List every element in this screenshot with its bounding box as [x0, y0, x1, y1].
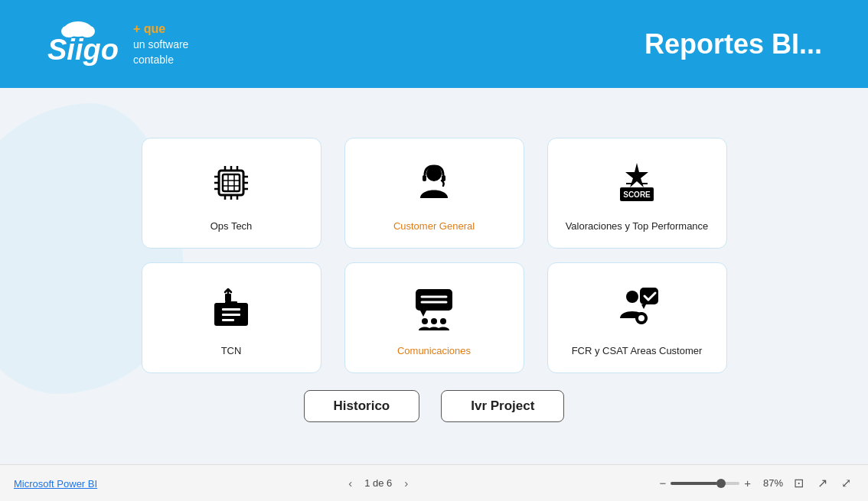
svg-marker-39: [420, 311, 426, 317]
svg-rect-32: [222, 308, 240, 311]
cards-grid: Ops Tech Customer General: [142, 138, 727, 373]
card-customer-general-label: Customer General: [393, 220, 475, 232]
svg-rect-5: [223, 174, 240, 191]
card-comunicaciones-label: Comunicaciones: [397, 345, 471, 356]
svg-point-41: [431, 318, 437, 324]
svg-point-43: [626, 291, 638, 303]
card-tcn[interactable]: TCN: [142, 262, 321, 373]
fcr-icon: [612, 283, 661, 339]
svg-rect-44: [640, 288, 658, 304]
svg-rect-33: [222, 314, 240, 316]
footer-link-area[interactable]: Microsoft Power BI: [14, 477, 97, 490]
svg-rect-49: [641, 322, 643, 324]
svg-point-40: [422, 318, 428, 324]
historico-button[interactable]: Historico: [304, 390, 420, 422]
svg-rect-23: [423, 175, 426, 181]
svg-marker-45: [641, 304, 646, 309]
svg-point-42: [440, 318, 446, 324]
chip-icon: [207, 158, 256, 214]
fullscreen-icon[interactable]: ⤢: [838, 474, 854, 492]
score-icon: SCORE: [612, 158, 661, 214]
app-header: Siigo + que un software contable Reporte…: [0, 0, 868, 88]
page-title: Reportes BI...: [644, 28, 822, 60]
card-ops-tech[interactable]: Ops Tech: [142, 138, 321, 249]
footer-right-area: − + 87% ⊡ ↗ ⤢: [659, 474, 854, 492]
card-comunicaciones[interactable]: Comunicaciones: [344, 262, 524, 373]
siigo-logo-svg: Siigo: [46, 20, 122, 66]
page-info: 1 de 6: [364, 477, 392, 489]
share-icon[interactable]: ↗: [814, 474, 830, 492]
ivr-project-button[interactable]: Ivr Project: [441, 390, 564, 422]
card-fcr-csat[interactable]: FCR y CSAT Areas Customer: [547, 262, 727, 373]
svg-rect-35: [225, 294, 231, 301]
zoom-value: 87%: [755, 477, 783, 489]
svg-rect-31: [225, 301, 237, 305]
zoom-control: − + 87%: [659, 477, 783, 490]
main-content: Ops Tech Customer General: [0, 88, 868, 464]
zoom-slider-thumb: [716, 479, 726, 488]
card-customer-general[interactable]: Customer General: [344, 138, 524, 249]
logo-area: Siigo + que un software contable: [46, 20, 188, 69]
svg-text:SCORE: SCORE: [623, 190, 651, 199]
svg-rect-51: [645, 317, 648, 319]
pagination-area: ‹ 1 de 6 ›: [344, 475, 413, 491]
zoom-slider-fill: [671, 482, 717, 485]
zoom-minus[interactable]: −: [659, 477, 666, 490]
ballot-icon: [207, 283, 256, 339]
next-page-button[interactable]: ›: [400, 475, 413, 491]
svg-text:Siigo: Siigo: [47, 34, 119, 66]
zoom-slider[interactable]: [671, 482, 739, 485]
svg-rect-34: [222, 319, 234, 321]
card-valoraciones[interactable]: SCORE Valoraciones y Top Performance: [547, 138, 727, 249]
card-fcr-csat-label: FCR y CSAT Areas Customer: [572, 345, 703, 356]
app-footer: Microsoft Power BI ‹ 1 de 6 › − + 87% ⊡ …: [0, 464, 868, 501]
svg-rect-48: [641, 312, 643, 314]
logo-tagline: + que un software contable: [133, 21, 188, 68]
svg-rect-36: [416, 289, 452, 311]
bottom-buttons: Historico Ivr Project: [304, 390, 565, 422]
headset-icon: [410, 158, 458, 214]
svg-rect-50: [635, 317, 638, 319]
prev-page-button[interactable]: ‹: [344, 475, 357, 491]
communications-icon: [410, 283, 458, 339]
zoom-plus[interactable]: +: [744, 477, 751, 490]
power-bi-link[interactable]: Microsoft Power BI: [14, 478, 97, 490]
card-tcn-label: TCN: [221, 345, 242, 356]
svg-point-47: [638, 315, 644, 321]
fit-page-icon[interactable]: ⊡: [791, 474, 807, 492]
card-ops-tech-label: Ops Tech: [210, 220, 253, 232]
card-valoraciones-label: Valoraciones y Top Performance: [566, 220, 709, 232]
